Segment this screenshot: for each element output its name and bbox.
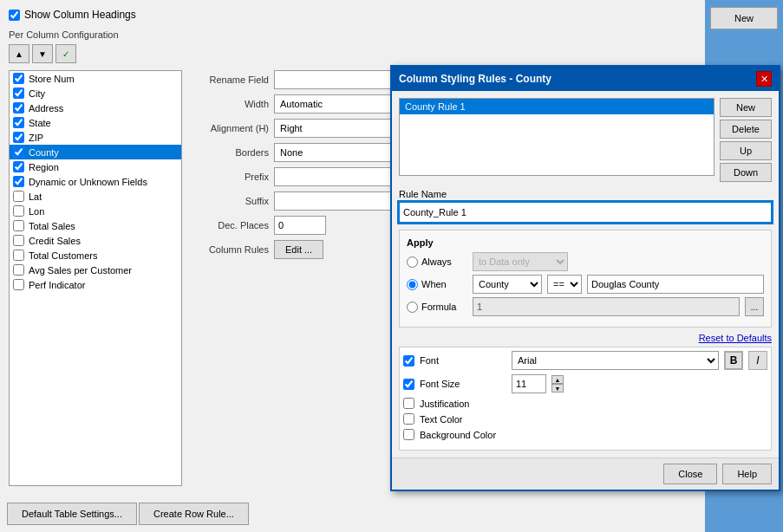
when-radio-label[interactable]: When [407,279,467,290]
formula-radio-label[interactable]: Formula [407,302,467,313]
default-table-settings-button[interactable]: Default Table Settings... [7,503,137,525]
font-size-down-button[interactable]: ▼ [551,384,564,393]
when-radio[interactable] [407,279,418,290]
create-row-rule-button[interactable]: Create Row Rule... [139,503,249,525]
column-list: Store Num City Address State ZIP County … [9,70,182,486]
font-size-input[interactable] [512,374,546,393]
new-rule-button[interactable]: New [720,98,772,117]
text-color-row: Text Color [403,413,767,425]
dialog-title: Column Styling Rules - County [399,73,551,85]
list-item[interactable]: City [10,86,181,101]
rules-list: County Rule 1 [399,98,714,176]
list-item[interactable]: Avg Sales per Customer [10,263,181,277]
font-size-spinner: ▲ ▼ [551,375,564,393]
rules-side-buttons: New Delete Up Down [720,98,772,182]
rules-section: County Rule 1 New Delete Up Down [399,98,772,182]
formula-ellipsis-button[interactable]: ... [745,297,764,316]
always-radio[interactable] [407,256,418,268]
font-size-checkbox[interactable] [403,379,414,390]
list-item[interactable]: ZIP [10,130,181,145]
list-item[interactable]: Lon [10,204,181,218]
right-panel-new-button[interactable]: New [710,7,778,29]
justification-checkbox[interactable] [403,398,414,409]
dialog-titlebar: Column Styling Rules - County ✕ [392,67,779,91]
styling-options: Font Arial Times New Roman Courier New B… [399,347,772,451]
up-rule-button[interactable]: Up [720,141,772,160]
dialog-bottom: Close Help [392,457,779,490]
help-button[interactable]: Help [722,464,772,484]
show-col-headings-checkbox[interactable] [9,10,20,21]
list-item[interactable]: Region [10,159,181,174]
column-styling-dialog: Column Styling Rules - County ✕ County R… [390,65,780,491]
when-row: When County == != < > [407,275,764,294]
apply-section: Apply Always to Data only When County [399,230,772,328]
dialog-close-button[interactable]: ✕ [756,71,772,87]
alignment-label: Alignment (H) [191,123,269,133]
list-item[interactable]: Store Num [10,71,181,86]
italic-button[interactable]: I [748,351,767,370]
dialog-body: County Rule 1 New Delete Up Down Rule Na… [392,91,779,457]
font-checkbox[interactable] [403,355,414,367]
rule-name-label: Rule Name [399,189,772,199]
font-size-up-button[interactable]: ▲ [551,375,564,384]
always-row: Always to Data only [407,252,764,271]
rule-list-item[interactable]: County Rule 1 [400,99,714,114]
list-item[interactable]: Lat [10,189,181,204]
always-select[interactable]: to Data only [473,252,568,271]
list-item[interactable]: Total Customers [10,248,181,263]
formula-row: Formula ... [407,297,764,316]
column-rules-label: Column Rules [191,244,269,255]
list-item[interactable]: State [10,115,181,130]
show-col-headings-label: Show Column Headings [24,9,136,21]
dec-places-label: Dec. Places [191,220,269,230]
always-radio-label[interactable]: Always [407,256,467,268]
rule-name-input[interactable] [399,202,772,223]
list-item[interactable]: Total Sales [10,218,181,233]
list-item[interactable]: Credit Sales [10,233,181,248]
list-item[interactable]: Perf Indicator [10,277,181,292]
edit-button[interactable]: Edit ... [274,240,323,259]
suffix-label: Suffix [191,196,269,206]
list-item[interactable]: Dynamic or Unknown Fields [10,174,181,189]
formula-radio[interactable] [407,302,418,313]
check-button[interactable]: ✓ [55,44,76,63]
justification-row: Justification [403,398,767,409]
bold-button[interactable]: B [724,351,743,370]
font-label: Font [420,355,506,366]
when-value-input[interactable] [587,275,764,294]
list-item[interactable]: Address [10,101,181,115]
delete-rule-button[interactable]: Delete [720,120,772,139]
font-size-label: Font Size [420,379,506,389]
down-rule-button[interactable]: Down [720,163,772,182]
apply-label: Apply [407,237,764,248]
dec-places-input[interactable] [274,216,326,235]
background-color-label: Background Color [420,430,506,440]
move-down-button[interactable]: ▼ [32,44,53,63]
justification-label: Justification [420,399,506,409]
background-color-row: Background Color [403,429,767,440]
font-select[interactable]: Arial Times New Roman Courier New [512,351,719,370]
show-col-headings-row: Show Column Headings [9,9,564,21]
prefix-label: Prefix [191,172,269,182]
per-col-config-label: Per Column Configuration [9,29,564,40]
font-size-row: Font Size ▲ ▼ [403,374,767,393]
reset-defaults-link[interactable]: Reset to Defaults [399,333,772,343]
text-color-checkbox[interactable] [403,413,414,425]
borders-label: Borders [191,147,269,158]
background-color-checkbox[interactable] [403,429,414,440]
arrow-buttons-row: ▲ ▼ ✓ [9,44,564,63]
close-button[interactable]: Close [663,464,717,484]
when-field-select[interactable]: County [473,275,542,294]
bottom-buttons: Default Table Settings... Create Row Rul… [0,496,572,532]
move-up-button[interactable]: ▲ [9,44,29,63]
rename-field-label: Rename Field [191,75,269,85]
text-color-label: Text Color [420,414,506,425]
formula-input[interactable] [473,297,740,316]
width-label: Width [191,99,269,109]
list-item-county[interactable]: County [10,145,181,159]
font-row: Font Arial Times New Roman Courier New B… [403,351,767,370]
when-eq-select[interactable]: == != < > [547,275,582,294]
